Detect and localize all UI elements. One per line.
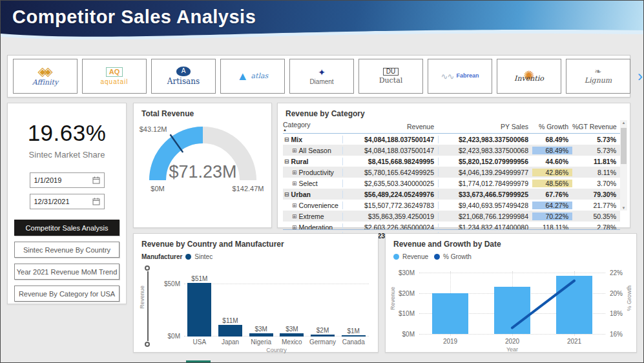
table-row[interactable]: ⊟Mix$4,084,188.037500147$2,423,983.33750…: [283, 134, 620, 145]
growth-cell: 64.27%: [532, 202, 572, 209]
gt-revenue-cell: 8.11%: [572, 169, 620, 176]
collapse-icon[interactable]: ⊟: [284, 136, 289, 143]
column-header[interactable]: % Growth: [532, 123, 572, 130]
column-header[interactable]: Category▲: [283, 121, 342, 132]
table-row[interactable]: ⊞All Season$4,084,188.037500147$2,423,98…: [283, 145, 620, 156]
page-scroll-indicator[interactable]: [186, 360, 211, 362]
nav-button[interactable]: Sintec Revenue By Country: [14, 242, 119, 258]
y-axis-label: Revenue: [139, 285, 145, 309]
table-title: Revenue by Category: [278, 103, 630, 118]
logo-name: aquatail: [100, 78, 128, 85]
table-row[interactable]: ⊟Rural$8,415,668.98249995$5,820,152.0799…: [283, 156, 620, 167]
dashboard-page: Competitor Sales Analysis ◈◈AffinityAQaq…: [0, 0, 644, 363]
y-tick-label-left: $30M: [399, 269, 415, 276]
bar-japan[interactable]: [218, 325, 242, 337]
legend-dot-sintec[interactable]: [185, 254, 191, 260]
affinity-logo-icon: ◈◈: [37, 65, 52, 78]
logo-tile-lignum[interactable]: ❧Lignum: [566, 59, 630, 94]
logo-name: Affinity: [32, 79, 58, 87]
gauge-value: $71.23M: [169, 162, 236, 182]
column-header[interactable]: %GT Revenue: [572, 123, 620, 130]
table-row[interactable]: ⊞Select$2,635,503.340000025$1,774,012.78…: [283, 178, 620, 189]
category-cell: ⊟Rural: [283, 158, 342, 165]
expand-icon[interactable]: ⊞: [292, 169, 297, 176]
expand-icon[interactable]: ⊞: [292, 202, 297, 209]
table-row[interactable]: ⊞Extreme$35,863,359.4250019$21,068,766.1…: [283, 211, 620, 222]
logo-tile-aquatail[interactable]: AQaquatail: [82, 59, 147, 94]
logo-tile-inventio[interactable]: ✺Inventio: [497, 59, 561, 94]
revenue-growth-by-date-card: Revenue and Growth by Date Revenue % Gro…: [385, 233, 637, 353]
bar-slot: $3M: [245, 270, 276, 337]
x-tick-labels: 201920202021: [419, 338, 605, 345]
date-from-input[interactable]: 1/1/2019: [30, 172, 105, 188]
nav-button[interactable]: Year 2021 Revenue MoM Trend: [14, 264, 119, 280]
table-row[interactable]: ⊟Urban$56,489,224.05249976$33,673,466.57…: [283, 189, 620, 200]
legend-dot-growth[interactable]: [434, 254, 440, 260]
slider-handle-bottom[interactable]: [145, 342, 150, 347]
revenue-gauge: $43.12M$71.23M$0M$142.47M: [134, 118, 271, 209]
bar-germany[interactable]: [311, 335, 335, 337]
y-tick-label-left: $20M: [399, 290, 415, 297]
logo-tile-atlas[interactable]: ▲atlas: [220, 59, 285, 94]
growth-cell: 118.11%: [532, 223, 572, 230]
y-tick-label: $50M: [164, 280, 180, 287]
logo-tile-artisans[interactable]: AArtisans: [151, 59, 216, 94]
scroll-down-icon[interactable]: ▼: [620, 206, 627, 210]
y-tick-label-right: 22%: [610, 269, 623, 276]
category-cell: ⊞Moderation: [283, 223, 342, 230]
bar-value-label: $3M: [286, 326, 298, 333]
nav-button[interactable]: Revenue By Category for USA: [14, 285, 119, 302]
slider-handle-top[interactable]: [145, 265, 150, 271]
logo-name: atlas: [251, 72, 269, 80]
bar-slot: $3M: [276, 270, 307, 337]
table-row[interactable]: ⊞Moderation$2,603,226.365000024$1,234,83…: [283, 222, 620, 229]
fabrean-logo-icon: ∿∿: [441, 72, 454, 81]
x-tick-label: 2019: [419, 338, 481, 345]
expand-icon[interactable]: ⊞: [292, 213, 297, 220]
bar-nigeria[interactable]: [249, 333, 273, 337]
table-scrollbar[interactable]: ▲ ▼: [620, 120, 627, 211]
scroll-up-icon[interactable]: ▲: [620, 121, 627, 125]
column-header[interactable]: PY Sales: [438, 123, 532, 130]
calendar-icon: [92, 176, 100, 184]
collapse-icon[interactable]: ⊟: [284, 158, 289, 165]
growth-line[interactable]: [512, 281, 574, 328]
header-wave: [1, 26, 644, 43]
chevron-right-icon[interactable]: ›: [635, 68, 644, 84]
legend-dot-revenue[interactable]: [393, 254, 399, 260]
y-tick-label-left: $10M: [399, 310, 415, 317]
py-sales-cell: $5,820,152.079999956: [438, 158, 532, 165]
growth-cell: 68.49%: [532, 136, 572, 143]
growth-line-layer: [419, 271, 605, 336]
category-label: Convenience: [299, 202, 338, 209]
column-header[interactable]: Revenue: [342, 123, 438, 130]
bar-value-label: $11M: [222, 317, 238, 324]
atlas-logo-icon: ▲: [237, 70, 249, 82]
logo-tile-diament[interactable]: ✦Diament: [289, 59, 354, 94]
diament-logo-icon: ✦: [318, 68, 326, 77]
expand-icon[interactable]: ⊞: [292, 147, 297, 154]
category-cell: ⊞Productivity: [283, 169, 342, 176]
gt-revenue-cell: 11.81%: [572, 158, 620, 165]
bar-canada[interactable]: [342, 335, 366, 337]
date-to-input[interactable]: 12/31/2021: [30, 194, 105, 209]
logo-name: Ductal: [379, 77, 403, 85]
table-row[interactable]: ⊞Productivity$5,780,165.642499925$4,046,…: [283, 167, 620, 178]
logo-tile-ductal[interactable]: DUDuctal: [358, 59, 423, 94]
logo-tile-affinity[interactable]: ◈◈Affinity: [13, 59, 78, 94]
nav-buttons: Competitor Sales AnalysisSintec Revenue …: [8, 220, 126, 302]
expand-icon[interactable]: ⊞: [292, 224, 297, 230]
category-cell: ⊞Extreme: [283, 213, 342, 220]
logo-tile-fabrean[interactable]: ∿∿Fabrean: [428, 59, 492, 94]
logo-name: Fabrean: [456, 73, 479, 79]
scrollbar-thumb[interactable]: [621, 128, 627, 164]
bar-mexico[interactable]: [280, 333, 304, 337]
collapse-icon[interactable]: ⊟: [284, 191, 289, 198]
table-row[interactable]: ⊞Convenience$15,507,772.36249783$9,440,6…: [283, 200, 620, 211]
bar-usa[interactable]: [187, 283, 211, 337]
bar-slot: $11M: [215, 270, 246, 337]
expand-icon[interactable]: ⊞: [292, 180, 297, 187]
nav-button[interactable]: Competitor Sales Analysis: [14, 220, 119, 236]
revenue-cell: $56,489,224.05249976: [342, 191, 438, 198]
category-cell: ⊞Convenience: [283, 202, 342, 209]
